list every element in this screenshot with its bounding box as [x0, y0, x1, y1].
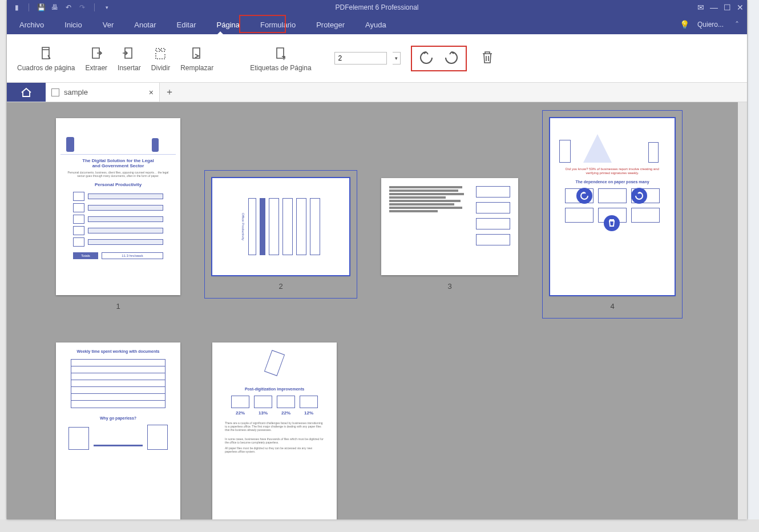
- p1-total-value: 11.3 hrs/week: [102, 252, 163, 259]
- p1-title2: and Government Sector: [60, 163, 176, 168]
- insert-button[interactable]: Insertar: [118, 45, 141, 72]
- menu-proteger[interactable]: Proteger: [306, 15, 355, 34]
- p5-subheading: Why go paperless?: [60, 416, 176, 420]
- extract-icon: [89, 45, 104, 62]
- overlay-delete-button[interactable]: [604, 215, 620, 231]
- save-icon[interactable]: 💾: [37, 3, 45, 11]
- thumbnail-page-5[interactable]: Weekly time spent working with documents…: [56, 342, 180, 519]
- thumbnail-number: 1: [116, 302, 120, 311]
- insert-icon: [122, 45, 136, 62]
- replace-button[interactable]: Remplazar: [180, 45, 213, 72]
- vertical-scrollbar[interactable]: [738, 102, 747, 519]
- p1-section: Personal Productivity: [60, 182, 176, 187]
- p4-heading: The dependence on paper poses many: [555, 180, 670, 184]
- redo-icon[interactable]: ↷: [78, 3, 86, 11]
- document-icon: [51, 88, 59, 96]
- app-logo-icon: ▮: [13, 3, 21, 11]
- thumbnail-canvas: Office Productivity: [212, 178, 349, 275]
- tutorial-highlight-rotate: [411, 46, 467, 71]
- lightbulb-icon[interactable]: 💡: [680, 20, 689, 29]
- minimize-button[interactable]: —: [710, 3, 718, 12]
- menu-ver[interactable]: Ver: [92, 15, 124, 34]
- ribbon-pagina: Cuadros de página Extraer Insertar Divid…: [7, 34, 747, 83]
- quick-access-toolbar: ▮ 💾 🖶 ↶ ↷ ▾: [7, 3, 116, 11]
- thumbnail-page-1[interactable]: The Digital Solution for the Legal and G…: [56, 118, 180, 311]
- page-boxes-icon: [38, 45, 54, 62]
- menu-ayuda[interactable]: Ayuda: [355, 15, 397, 34]
- menu-editar[interactable]: Editar: [167, 15, 207, 34]
- menu-bar: Archivo Inicio Ver Anotar Editar Página …: [7, 15, 747, 34]
- extract-button[interactable]: Extraer: [85, 45, 107, 72]
- menu-archivo[interactable]: Archivo: [9, 15, 54, 34]
- mail-icon[interactable]: ✉: [697, 3, 704, 12]
- document-tab-label: sample: [64, 88, 144, 96]
- split-label: Dividir: [151, 64, 170, 72]
- thumbnail-canvas: Did you know? 53% of businesses report i…: [550, 118, 675, 295]
- thumbnail-number: 4: [610, 302, 614, 311]
- split-icon: [153, 45, 168, 62]
- menu-pagina[interactable]: Página: [207, 15, 250, 34]
- extract-label: Extraer: [85, 64, 107, 72]
- p6-pct-1: 13%: [254, 410, 272, 416]
- new-tab-button[interactable]: ＋: [160, 83, 179, 102]
- insert-label: Insertar: [118, 64, 141, 72]
- menu-pagina-label: Página: [217, 21, 240, 29]
- home-tab[interactable]: [7, 83, 46, 102]
- rotate-left-button[interactable]: [418, 49, 435, 68]
- page-labels-label: Etiquetas de Página: [250, 64, 311, 72]
- overlay-rotate-left-button[interactable]: [576, 188, 592, 204]
- p1-title1: The Digital Solution for the Legal: [60, 158, 176, 163]
- thumbnail-canvas: The Digital Solution for the Legal and G…: [56, 118, 180, 295]
- collapse-ribbon-icon[interactable]: ˄: [732, 20, 742, 29]
- rotate-right-button[interactable]: [443, 49, 460, 68]
- thumbnail-canvas: [381, 178, 518, 275]
- replace-label: Remplazar: [180, 64, 213, 72]
- qat-separator: [94, 3, 95, 11]
- menu-formulario[interactable]: Formulario: [250, 15, 306, 34]
- qat-more-icon[interactable]: ▾: [103, 3, 111, 11]
- document-tabs: sample × ＋: [7, 83, 747, 102]
- thumbnail-page-4[interactable]: Did you know? 53% of businesses report i…: [550, 118, 675, 311]
- p1-total-label: Totals: [73, 252, 98, 259]
- title-bar: ▮ 💾 🖶 ↶ ↷ ▾ PDFelement 6 Professional ✉ …: [7, 0, 747, 15]
- p6-pct-3: 12%: [300, 410, 318, 416]
- window-controls: ✉ — ☐ ✕: [697, 3, 744, 12]
- page-thumbnails-area: The Digital Solution for the Legal and G…: [7, 102, 747, 519]
- delete-page-button[interactable]: [481, 50, 494, 67]
- maximize-button[interactable]: ☐: [724, 3, 731, 12]
- p6-heading: Post-digitization improvements: [217, 387, 332, 391]
- thumbnail-canvas: Post-digitization improvements 22% 13% 2…: [212, 342, 337, 519]
- page-labels-icon: 1: [273, 45, 288, 62]
- page-labels-button[interactable]: 1 Etiquetas de Página: [250, 45, 311, 72]
- thumbnail-page-2[interactable]: Office Productivity 2: [212, 178, 349, 291]
- overlay-rotate-right-button[interactable]: [631, 188, 647, 204]
- print-icon[interactable]: 🖶: [51, 3, 59, 11]
- replace-icon: [189, 45, 204, 62]
- thumbnail-page-3[interactable]: 3: [381, 178, 518, 291]
- p6-pct-2: 22%: [277, 410, 295, 416]
- thumbnail-canvas: Weekly time spent working with documents…: [56, 342, 180, 519]
- page-boxes-button[interactable]: Cuadros de página: [17, 45, 75, 72]
- page-range-control: ▾: [334, 52, 401, 65]
- help-hint[interactable]: Quiero...: [697, 21, 724, 29]
- undo-icon[interactable]: ↶: [64, 3, 72, 11]
- menu-inicio[interactable]: Inicio: [54, 15, 92, 34]
- app-window: ▮ 💾 🖶 ↶ ↷ ▾ PDFelement 6 Professional ✉ …: [7, 0, 747, 519]
- page-range-dropdown[interactable]: ▾: [393, 52, 401, 65]
- split-button[interactable]: Dividir: [151, 45, 170, 72]
- thumbnail-number: 3: [447, 282, 451, 291]
- p5-heading: Weekly time spent working with documents: [60, 349, 176, 353]
- thumbnail-number: 2: [278, 282, 282, 291]
- qat-separator: [29, 3, 29, 11]
- page-boxes-label: Cuadros de página: [17, 64, 75, 72]
- page-range-input[interactable]: [334, 52, 387, 65]
- document-tab-sample[interactable]: sample ×: [46, 83, 160, 102]
- close-tab-button[interactable]: ×: [149, 88, 154, 97]
- thumbnail-page-6[interactable]: Post-digitization improvements 22% 13% 2…: [212, 342, 337, 519]
- svg-text:1: 1: [282, 56, 285, 61]
- app-title: PDFelement 6 Professional: [335, 3, 418, 11]
- menu-anotar[interactable]: Anotar: [124, 15, 166, 34]
- close-button[interactable]: ✕: [737, 3, 744, 12]
- p6-pct-0: 22%: [231, 410, 249, 416]
